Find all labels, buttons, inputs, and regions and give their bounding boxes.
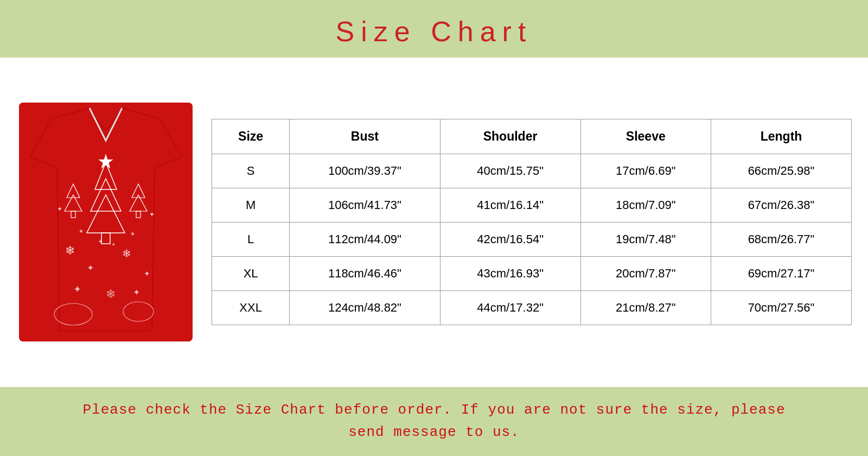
- cell-size: XXL: [212, 291, 290, 325]
- cell-length: 67cm/26.38": [711, 188, 852, 223]
- col-header-length: Length: [711, 119, 852, 154]
- header: Size Chart: [0, 0, 868, 58]
- cell-bust: 106cm/41.73": [290, 188, 440, 223]
- col-header-size: Size: [212, 119, 290, 154]
- cell-sleeve: 18cm/7.09": [580, 188, 711, 223]
- table-row: M106cm/41.73"41cm/16.14"18cm/7.09"67cm/2…: [212, 188, 852, 223]
- svg-text:✦: ✦: [111, 242, 116, 248]
- cell-shoulder: 41cm/16.14": [440, 188, 580, 223]
- cell-length: 68cm/26.77": [711, 223, 852, 257]
- svg-text:✦: ✦: [133, 288, 140, 297]
- cell-size: S: [212, 154, 290, 188]
- cell-sleeve: 17cm/6.69": [580, 154, 711, 188]
- cell-bust: 124cm/48.82": [290, 291, 440, 325]
- cell-sleeve: 21cm/8.27": [580, 291, 711, 325]
- cell-size: L: [212, 223, 290, 257]
- col-header-bust: Bust: [290, 119, 440, 154]
- cell-shoulder: 43cm/16.93": [440, 257, 580, 291]
- svg-text:★: ★: [130, 231, 135, 237]
- svg-text:✦: ✦: [98, 238, 103, 245]
- cell-length: 66cm/25.98": [711, 154, 852, 188]
- cell-size: M: [212, 188, 290, 223]
- cell-length: 70cm/27.56": [711, 291, 852, 325]
- svg-text:❄: ❄: [106, 287, 116, 301]
- footer-line2: send message to us.: [348, 424, 519, 440]
- svg-text:❄: ❄: [122, 248, 131, 259]
- cell-bust: 118cm/46.46": [290, 257, 440, 291]
- table-row: S100cm/39.37"40cm/15.75"17cm/6.69"66cm/2…: [212, 154, 852, 188]
- cell-shoulder: 44cm/17.32": [440, 291, 580, 325]
- size-chart-table: Size Bust Shoulder Sleeve Length S100cm/…: [212, 119, 852, 325]
- shirt-product-image: ❄ ✦ ❄ ✦ ✦ ❄ ✦ ✦ ✦ ✦ ✦ ★ ★: [19, 103, 193, 341]
- cell-sleeve: 20cm/7.87": [580, 257, 711, 291]
- table-section: Size Bust Shoulder Sleeve Length S100cm/…: [212, 58, 868, 387]
- image-section: ❄ ✦ ❄ ✦ ✦ ❄ ✦ ✦ ✦ ✦ ✦ ★ ★: [0, 58, 212, 387]
- svg-text:★: ★: [79, 228, 84, 234]
- cell-sleeve: 19cm/7.48": [580, 223, 711, 257]
- table-row: XXL124cm/48.82"44cm/17.32"21cm/8.27"70cm…: [212, 291, 852, 325]
- svg-text:✦: ✦: [73, 284, 81, 295]
- cell-bust: 112cm/44.09": [290, 223, 440, 257]
- table-header-row: Size Bust Shoulder Sleeve Length: [212, 119, 852, 154]
- footer: Please check the Size Chart before order…: [0, 387, 868, 456]
- col-header-shoulder: Shoulder: [440, 119, 580, 154]
- svg-text:❄: ❄: [65, 244, 75, 257]
- col-header-sleeve: Sleeve: [580, 119, 711, 154]
- svg-text:✦: ✦: [87, 263, 94, 273]
- page-title: Size Chart: [336, 16, 533, 47]
- table-row: XL118cm/46.46"43cm/16.93"20cm/7.87"69cm/…: [212, 257, 852, 291]
- cell-size: XL: [212, 257, 290, 291]
- footer-line1: Please check the Size Chart before order…: [83, 402, 786, 418]
- svg-text:✦: ✦: [57, 205, 62, 213]
- svg-text:✦: ✦: [144, 269, 150, 278]
- svg-text:✦: ✦: [149, 211, 155, 218]
- main-content: ❄ ✦ ❄ ✦ ✦ ❄ ✦ ✦ ✦ ✦ ✦ ★ ★: [0, 58, 868, 387]
- cell-bust: 100cm/39.37": [290, 154, 440, 188]
- cell-length: 69cm/27.17": [711, 257, 852, 291]
- table-row: L112cm/44.09"42cm/16.54"19cm/7.48"68cm/2…: [212, 223, 852, 257]
- cell-shoulder: 42cm/16.54": [440, 223, 580, 257]
- cell-shoulder: 40cm/15.75": [440, 154, 580, 188]
- footer-text: Please check the Size Chart before order…: [33, 399, 835, 444]
